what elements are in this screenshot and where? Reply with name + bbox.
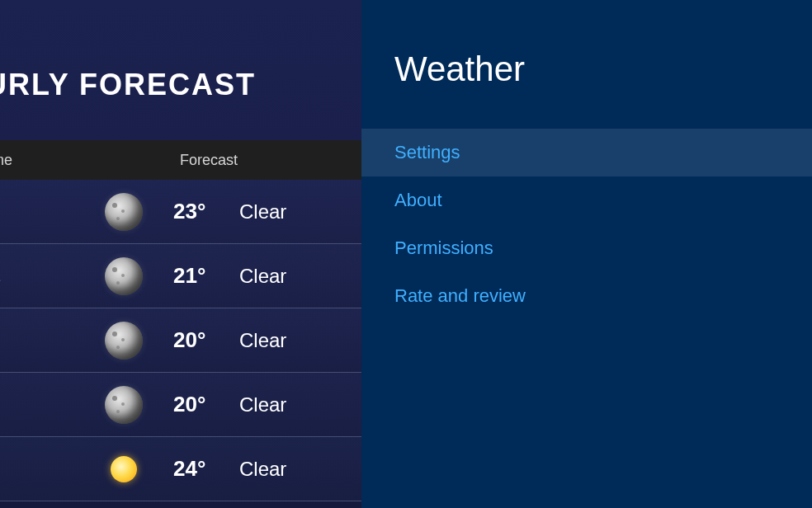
weather-icon-cell bbox=[74, 386, 173, 424]
forecast-rows: 23° Clear 2 21° Clear 20° Clear 20° bbox=[0, 180, 361, 501]
weather-icon-cell bbox=[74, 193, 173, 231]
column-header-forecast: Forecast bbox=[180, 152, 238, 169]
forecast-row: 23° Clear bbox=[0, 180, 361, 244]
condition-label: Clear bbox=[239, 329, 286, 352]
settings-item-rate-review[interactable]: Rate and review bbox=[361, 272, 812, 320]
settings-charm-panel: Weather Settings About Permissions Rate … bbox=[361, 0, 812, 508]
time-cell: 2 bbox=[0, 266, 74, 285]
weather-icon-cell bbox=[74, 322, 173, 360]
settings-item-settings[interactable]: Settings bbox=[361, 129, 812, 176]
forecast-heading: URLY FORECAST bbox=[0, 0, 361, 102]
settings-menu: Settings About Permissions Rate and revi… bbox=[361, 129, 812, 320]
settings-item-label: Rate and review bbox=[394, 285, 526, 307]
condition-label: Clear bbox=[239, 458, 286, 481]
moon-icon bbox=[105, 322, 143, 360]
settings-panel-title: Weather bbox=[361, 0, 812, 89]
settings-item-permissions[interactable]: Permissions bbox=[361, 224, 812, 272]
condition-label: Clear bbox=[239, 200, 286, 223]
condition-label: Clear bbox=[239, 393, 286, 416]
temperature-value: 23° bbox=[173, 199, 239, 224]
condition-label: Clear bbox=[239, 265, 286, 288]
moon-icon bbox=[105, 257, 143, 295]
forecast-row: 20° Clear bbox=[0, 308, 361, 373]
settings-item-label: Settings bbox=[394, 142, 460, 163]
weather-icon-cell bbox=[74, 257, 173, 295]
settings-item-label: Permissions bbox=[394, 238, 493, 259]
forecast-panel: URLY FORECAST me Forecast 23° Clear 2 21… bbox=[0, 0, 361, 508]
settings-item-about[interactable]: About bbox=[361, 176, 812, 224]
settings-item-label: About bbox=[394, 190, 442, 211]
forecast-row: 24° Clear bbox=[0, 437, 361, 501]
moon-icon bbox=[105, 386, 143, 424]
temperature-value: 20° bbox=[173, 327, 239, 353]
temperature-value: 20° bbox=[173, 392, 239, 417]
column-header-time: me bbox=[0, 152, 91, 169]
forecast-row: 20° Clear bbox=[0, 373, 361, 437]
sun-icon bbox=[105, 450, 143, 488]
temperature-value: 21° bbox=[173, 263, 239, 289]
temperature-value: 24° bbox=[173, 456, 239, 482]
forecast-table-header: me Forecast bbox=[0, 140, 361, 180]
moon-icon bbox=[105, 193, 143, 231]
weather-icon-cell bbox=[74, 450, 173, 488]
forecast-row: 2 21° Clear bbox=[0, 244, 361, 308]
